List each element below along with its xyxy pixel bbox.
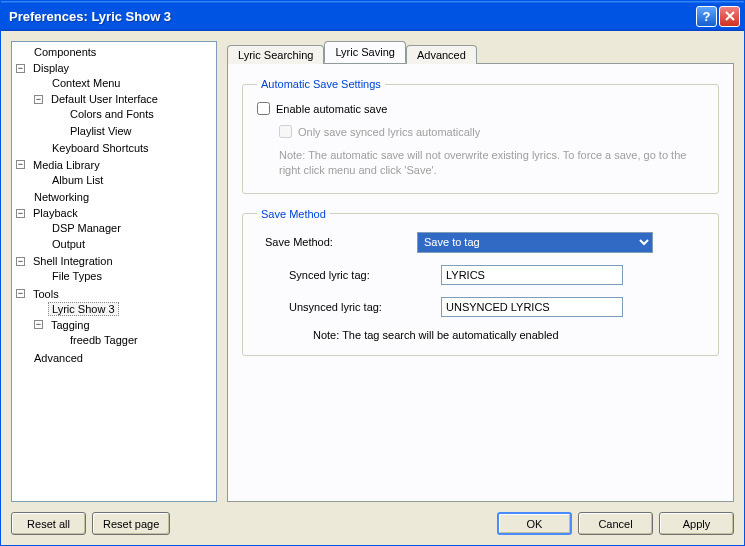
tree-components[interactable]: Components [30, 45, 100, 59]
tree-output[interactable]: Output [48, 237, 89, 251]
automatic-save-legend: Automatic Save Settings [257, 78, 385, 90]
cancel-button[interactable]: Cancel [578, 512, 653, 535]
tab-advanced[interactable]: Advanced [406, 45, 477, 64]
tree-media-library[interactable]: Media Library [29, 158, 104, 172]
collapse-icon[interactable]: − [16, 257, 25, 266]
tabs: Lyric Searching Lyric Saving Advanced [227, 41, 734, 63]
collapse-icon[interactable]: − [34, 320, 43, 329]
main-pane: Lyric Searching Lyric Saving Advanced Au… [227, 41, 734, 502]
tree-colors-fonts[interactable]: Colors and Fonts [66, 107, 158, 121]
tree-advanced[interactable]: Advanced [30, 351, 87, 365]
tree-lyric-show-3[interactable]: Lyric Show 3 [48, 302, 119, 316]
tree-context-menu[interactable]: Context Menu [48, 76, 124, 90]
close-button[interactable] [719, 6, 740, 27]
auto-save-note: Note: The automatic save will not overwr… [279, 148, 704, 179]
tab-body: Automatic Save Settings Enable automatic… [227, 63, 734, 502]
tab-lyric-searching[interactable]: Lyric Searching [227, 45, 324, 64]
tree-default-ui[interactable]: Default User Interface [47, 92, 162, 106]
dialog-buttons: Reset all Reset page OK Cancel Apply [1, 512, 744, 545]
synced-tag-label: Synced lyric tag: [281, 269, 441, 281]
ok-button[interactable]: OK [497, 512, 572, 535]
tree-file-types[interactable]: File Types [48, 269, 106, 283]
tree-kbd-shortcuts[interactable]: Keyboard Shortcuts [48, 141, 153, 155]
enable-auto-save-checkbox[interactable] [257, 102, 270, 115]
save-method-note: Note: The tag search will be automatical… [281, 329, 704, 341]
collapse-icon[interactable]: − [16, 160, 25, 169]
only-synced-checkbox [279, 125, 292, 138]
only-synced-label: Only save synced lyrics automatically [298, 126, 480, 138]
synced-tag-input[interactable] [441, 265, 623, 285]
tree-shell-integration[interactable]: Shell Integration [29, 254, 117, 268]
tab-lyric-saving[interactable]: Lyric Saving [324, 41, 406, 63]
reset-page-button[interactable]: Reset page [92, 512, 170, 535]
collapse-icon[interactable]: − [34, 95, 43, 104]
collapse-icon[interactable]: − [16, 64, 25, 73]
titlebar: Preferences: Lyric Show 3 ? [1, 1, 744, 31]
tree-dsp-manager[interactable]: DSP Manager [48, 221, 125, 235]
help-button[interactable]: ? [696, 6, 717, 27]
collapse-icon[interactable]: − [16, 289, 25, 298]
unsynced-tag-label: Unsynced lyric tag: [281, 301, 441, 313]
tree-networking[interactable]: Networking [30, 190, 93, 204]
tree-playback[interactable]: Playback [29, 206, 82, 220]
collapse-icon[interactable]: − [16, 209, 25, 218]
unsynced-tag-input[interactable] [441, 297, 623, 317]
category-tree[interactable]: Components −Display Context Menu −Defaul… [11, 41, 217, 502]
enable-auto-save-label: Enable automatic save [276, 103, 387, 115]
save-method-select[interactable]: Save to tag [417, 232, 653, 253]
tree-tools[interactable]: Tools [29, 287, 63, 301]
tree-display[interactable]: Display [29, 61, 73, 75]
automatic-save-group: Automatic Save Settings Enable automatic… [242, 78, 719, 194]
preferences-window: Preferences: Lyric Show 3 ? Components −… [0, 0, 745, 546]
save-method-group: Save Method Save Method: Save to tag Syn… [242, 208, 719, 356]
tree-freedb-tagger[interactable]: freedb Tagger [66, 333, 142, 347]
save-method-label: Save Method: [257, 236, 417, 248]
tree-album-list[interactable]: Album List [48, 173, 107, 187]
reset-all-button[interactable]: Reset all [11, 512, 86, 535]
close-icon [725, 11, 735, 21]
window-title: Preferences: Lyric Show 3 [9, 9, 694, 24]
tree-tagging[interactable]: Tagging [47, 318, 94, 332]
save-method-legend: Save Method [257, 208, 330, 220]
tree-playlist-view[interactable]: Playlist View [66, 124, 136, 138]
apply-button[interactable]: Apply [659, 512, 734, 535]
